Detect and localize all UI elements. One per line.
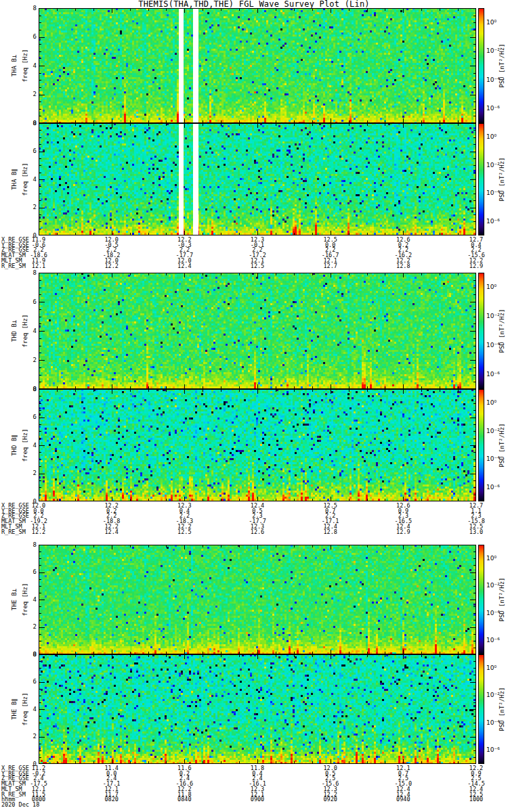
ephemeris-value: 12.6 bbox=[251, 530, 264, 535]
psd-axis-label: PSD [nT²/Hz] bbox=[499, 157, 505, 201]
ephemeris-value: 12.7 bbox=[323, 264, 337, 269]
colorbar bbox=[478, 389, 484, 501]
date-label: 2020 Dec 18 bbox=[1, 803, 39, 808]
ephemeris-value: 0940 bbox=[396, 797, 410, 803]
ephemeris-value: 12.8 bbox=[323, 530, 337, 535]
freq-tick-label: 6 bbox=[27, 569, 37, 575]
freq-tick-label: 8 bbox=[27, 542, 37, 548]
freq-tick-label: 6 bbox=[27, 414, 37, 420]
freq-tick-label: 8 bbox=[27, 120, 37, 127]
freq-tick-label: 2 bbox=[27, 91, 37, 97]
freq-tick-label: 6 bbox=[27, 679, 37, 685]
ephemeris-value: 12.4 bbox=[177, 264, 191, 269]
colorbar bbox=[478, 8, 484, 123]
freq-tick-label: 6 bbox=[27, 34, 37, 40]
ephemeris-value: 12.5 bbox=[177, 530, 191, 535]
ephemeris-value: 0840 bbox=[177, 797, 191, 803]
wave-survey-plot: THEMIS(THA,THD,THE) FGL Wave Survey Plot… bbox=[0, 0, 508, 812]
freq-tick-label: 2 bbox=[27, 357, 37, 363]
freq-tick-label: 8 bbox=[27, 386, 37, 392]
psd-axis-label: PSD [nT²/Hz] bbox=[499, 43, 505, 87]
colorbar bbox=[478, 545, 484, 654]
ephemeris-value: 12.8 bbox=[396, 264, 410, 269]
colorbar-tick-label: 10⁻⁶ bbox=[486, 747, 500, 753]
spectrogram-canvas-thd-parallel bbox=[39, 389, 476, 501]
colorbar-tick-label: 10⁰ bbox=[486, 400, 496, 406]
freq-tick-label: 4 bbox=[27, 63, 37, 69]
page-title: THEMIS(THA,THD,THE) FGL Wave Survey Plot… bbox=[0, 0, 508, 8]
freq-tick-label: 2 bbox=[27, 204, 37, 210]
freq-tick-label: 2 bbox=[27, 624, 37, 630]
colorbar-tick-label: 10⁻⁶ bbox=[486, 219, 500, 225]
ephemeris-value: 12.5 bbox=[251, 264, 264, 269]
ephemeris-value: 0820 bbox=[104, 797, 118, 803]
spectrogram-canvas-the-parallel bbox=[39, 654, 476, 764]
panel-label-tha-parallel: THA B∥ bbox=[12, 168, 18, 190]
psd-axis-label: PSD [nT²/Hz] bbox=[499, 577, 505, 621]
psd-axis-label: PSD [nT²/Hz] bbox=[499, 423, 505, 467]
ephemeris-value: 0920 bbox=[323, 797, 337, 803]
colorbar-tick-label: 10⁻⁶ bbox=[486, 637, 500, 644]
freq-tick-label: 8 bbox=[27, 5, 37, 12]
freq-tick-label: 4 bbox=[27, 177, 37, 183]
panel-label-thd-perpendicular: THD B⊥ bbox=[12, 320, 18, 342]
ephemeris-value: 13.0 bbox=[469, 530, 483, 535]
colorbar bbox=[478, 123, 484, 235]
colorbar-tick-label: 10⁰ bbox=[486, 556, 496, 562]
ephemeris-value: 12.2 bbox=[32, 530, 45, 535]
freq-tick-label: 8 bbox=[27, 270, 37, 276]
colorbar-tick-label: 10⁻⁶ bbox=[486, 371, 500, 378]
colorbar-tick-label: 10⁰ bbox=[486, 134, 496, 140]
colorbar bbox=[478, 273, 484, 389]
panel-label-the-perpendicular: THE B⊥ bbox=[12, 589, 18, 611]
panel-label-tha-perpendicular: THA B⊥ bbox=[12, 55, 18, 77]
psd-axis-label: PSD [nT²/Hz] bbox=[499, 309, 505, 353]
psd-axis-label: PSD [nT²/Hz] bbox=[499, 687, 505, 731]
panel-label-the-parallel: THE B∥ bbox=[12, 698, 18, 720]
panel-label-thd-parallel: THD B∥ bbox=[12, 434, 18, 456]
spectrogram-canvas-thd-perpendicular bbox=[39, 273, 476, 389]
ephemeris-value: 12.9 bbox=[396, 530, 410, 535]
ephemeris-value: 12.9 bbox=[469, 264, 483, 269]
ephemeris-row-label: R_RE_SM bbox=[1, 264, 26, 269]
ephemeris-row-label: R_RE_SM bbox=[1, 530, 26, 535]
ephemeris-value: 12.4 bbox=[104, 530, 118, 535]
freq-tick-label: 6 bbox=[27, 148, 37, 154]
freq-tick-label: 4 bbox=[27, 597, 37, 603]
colorbar-tick-label: 10⁰ bbox=[486, 284, 496, 290]
colorbar-tick-label: 10⁻⁶ bbox=[486, 106, 500, 112]
ephemeris-value: 0900 bbox=[251, 797, 264, 803]
colorbar-tick-label: 10⁰ bbox=[486, 20, 496, 26]
freq-tick-label: 4 bbox=[27, 328, 37, 334]
ephemeris-value: 1000 bbox=[469, 797, 483, 803]
freq-tick-label: 2 bbox=[27, 470, 37, 476]
colorbar-tick-label: 10⁻⁶ bbox=[486, 484, 500, 491]
freq-tick-label: 4 bbox=[27, 706, 37, 713]
spectrogram-canvas-the-perpendicular bbox=[39, 545, 476, 654]
freq-tick-label: 4 bbox=[27, 443, 37, 449]
spectrogram-canvas-tha-perpendicular bbox=[39, 8, 476, 123]
ephemeris-value: 12.1 bbox=[32, 264, 45, 269]
colorbar-tick-label: 10⁰ bbox=[486, 665, 496, 671]
spectrogram-canvas-tha-parallel bbox=[39, 123, 476, 235]
freq-tick-label: 2 bbox=[27, 734, 37, 740]
colorbar bbox=[478, 654, 484, 764]
freq-tick-label: 6 bbox=[27, 299, 37, 305]
freq-tick-label: 8 bbox=[27, 652, 37, 658]
ephemeris-value: 12.2 bbox=[104, 264, 118, 269]
